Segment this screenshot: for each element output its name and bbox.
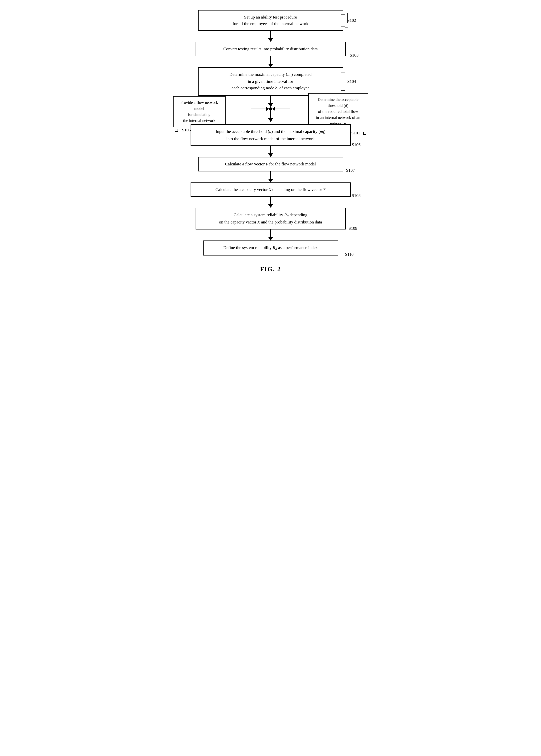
label-s107: S107 — [346, 168, 355, 173]
step-s108-row: Calculate the a capacity vector X depend… — [173, 182, 368, 197]
box-s104: Determine the maximal capacity (mi) comp… — [198, 67, 343, 96]
arrow-6 — [268, 197, 273, 208]
box-s107: Calculate a flow vector F for the flow n… — [198, 157, 343, 171]
arrow-line-7 — [270, 229, 271, 237]
arrow-line-6 — [270, 197, 271, 204]
arrow-7 — [268, 229, 273, 240]
s106-d: d — [269, 129, 271, 134]
right-hline — [275, 109, 290, 109]
bracket-s104-svg — [340, 72, 347, 92]
s102-label-text: S102 — [347, 18, 356, 23]
flowchart: Set up an ability test procedure for all… — [173, 10, 368, 273]
arrowhead-2 — [268, 64, 273, 67]
label-s110: S110 — [345, 252, 353, 257]
arrow-5 — [268, 171, 273, 182]
label-s108: S108 — [352, 193, 361, 198]
bracket-s102-svg — [340, 13, 347, 28]
s109-label-text: S109 — [349, 226, 357, 231]
arrow-line-1 — [270, 31, 271, 38]
figure-label: FIG. 2 — [260, 266, 281, 273]
arrowhead-7 — [268, 237, 273, 240]
arrow-1 — [268, 31, 273, 42]
left-hline — [251, 109, 266, 109]
s107-label-text: S107 — [346, 168, 355, 173]
step-s103-row: Convert testing results into probability… — [173, 42, 368, 56]
box-s102: Set up an ability test procedure for all… — [198, 10, 343, 31]
step-s104-row: Determine the maximal capacity (mi) comp… — [173, 67, 368, 96]
arrow-line-5 — [270, 171, 271, 179]
step-s106-row: Input the acceptable threshold (d) and t… — [173, 124, 368, 146]
label-s103: S103 — [350, 53, 359, 58]
s103-label-text: S103 — [350, 53, 359, 58]
s108-label-text: S108 — [352, 193, 361, 198]
s109-rd: Rd — [284, 212, 288, 217]
box-s108: Calculate the a capacity vector X depend… — [191, 182, 351, 197]
arrowhead-5 — [268, 179, 273, 182]
step-s107-row: Calculate a flow vector F for the flow n… — [173, 157, 368, 171]
s109-x: X — [258, 220, 260, 224]
s108-x: X — [269, 187, 271, 192]
arrow-line-3 — [270, 96, 271, 103]
s110-label-text: S110 — [345, 252, 353, 257]
s104-label-text: S104 — [347, 79, 356, 84]
box-s110: Define the system reliability Rd as a pe… — [203, 240, 338, 256]
step-s102-row: Set up an ability test procedure for all… — [173, 10, 368, 31]
arrowhead-1 — [268, 38, 273, 42]
box-s105: Provide a flow network model for simulat… — [173, 96, 226, 127]
center-arrows — [251, 107, 290, 122]
middle-row: Provide a flow network model for simulat… — [173, 107, 368, 122]
arrow-3 — [268, 96, 273, 107]
label-s106: S106 — [352, 142, 361, 147]
label-s109: S109 — [349, 226, 357, 231]
arrow-line-2 — [270, 56, 271, 64]
step-s110-row: Define the system reliability Rd as a pe… — [173, 240, 368, 256]
label-s102: S102 — [340, 13, 356, 28]
s110-rd: Rd — [272, 245, 277, 250]
box-s106: Input the acceptable threshold (d) and t… — [191, 124, 351, 146]
center-arrowhead — [268, 118, 273, 122]
box-s109: Calculate a system reliability Rd depend… — [196, 208, 346, 229]
label-s104-wrap: S104 — [340, 72, 356, 92]
s104-mi: mi — [287, 72, 291, 77]
s106-mi: mi — [320, 129, 324, 134]
arrowhead-6 — [268, 204, 273, 208]
arrowhead-4 — [268, 153, 273, 157]
box-s103: Convert testing results into probability… — [196, 42, 346, 56]
s101-d: d — [345, 103, 347, 108]
horiz-arrows — [251, 107, 290, 111]
s106-label-text: S106 — [352, 142, 361, 147]
center-vline — [270, 111, 271, 118]
arrow-4 — [268, 146, 273, 157]
arrow-2 — [268, 56, 273, 67]
s103-text: Convert testing results into probability… — [223, 47, 318, 51]
s107-text: Calculate a flow vector F for the flow n… — [225, 162, 316, 166]
s104-bi: bi — [275, 86, 278, 90]
arrow-line-4 — [270, 146, 271, 153]
step-s109-row: Calculate a system reliability Rd depend… — [173, 208, 368, 229]
